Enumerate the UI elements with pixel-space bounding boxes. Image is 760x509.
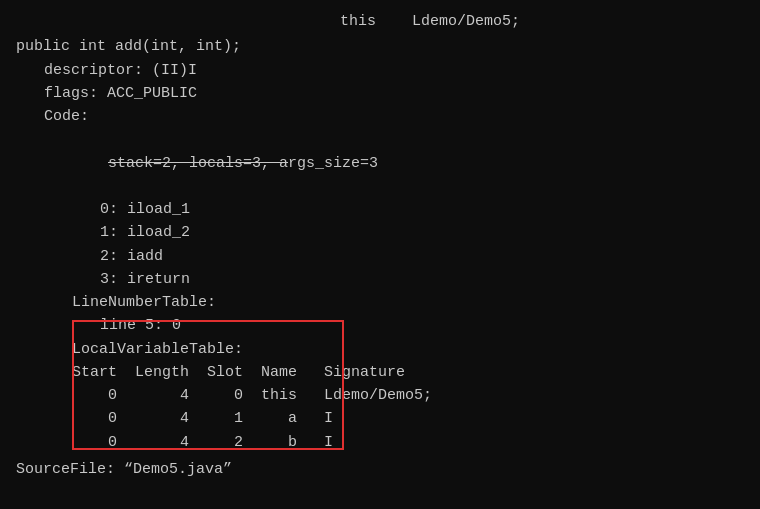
lv-table-header: Start Length Slot Name Signature: [16, 361, 744, 384]
method-declaration: public int add(int, int);: [16, 35, 744, 58]
op-iload1: 0: iload_1: [16, 198, 744, 221]
args-size: rgs_size=3: [288, 155, 378, 172]
lv-row-this: 0 4 0 this Ldemo/Demo5;: [16, 384, 744, 407]
top-partial-line: this Ldemo/Demo5;: [16, 10, 744, 33]
source-file-line: SourceFile: “Demo5.java”: [16, 458, 744, 481]
lv-row-a: 0 4 1 a I: [16, 407, 744, 430]
op-iload2: 1: iload_2: [16, 221, 744, 244]
descriptor-line: descriptor: (II)I: [16, 59, 744, 82]
line-number-table-label: LineNumberTable:: [16, 291, 744, 314]
flags-line: flags: ACC_PUBLIC: [16, 82, 744, 105]
line-number-entry: line 5: 0: [16, 314, 744, 337]
local-variable-table-label: LocalVariableTable:: [16, 338, 744, 361]
terminal-window: this Ldemo/Demo5; public int add(int, in…: [0, 0, 760, 509]
lv-row-b: 0 4 2 b I: [16, 431, 744, 454]
code-label: Code:: [16, 105, 744, 128]
stack-line: stack=2, locals=3, args_size=3: [16, 128, 744, 198]
op-iadd: 2: iadd: [16, 245, 744, 268]
stack-strikethrough: stack=2, locals=3, a: [108, 155, 288, 172]
op-ireturn: 3: ireturn: [16, 268, 744, 291]
